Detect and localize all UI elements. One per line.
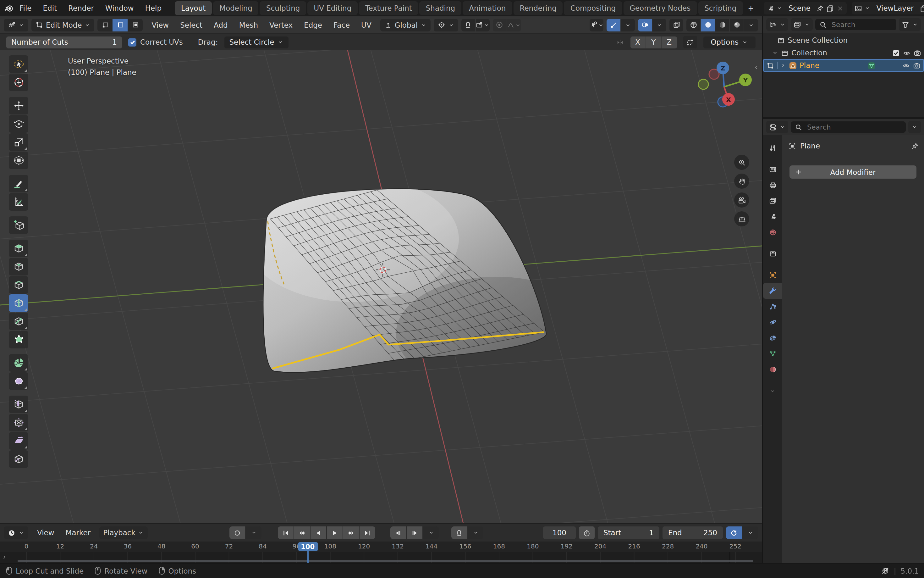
end-frame-field[interactable]: End 250 [662,526,723,539]
sidebar-collapse-icon[interactable] [753,64,759,70]
properties-tab-output[interactable] [763,177,782,193]
workspace-tab-texture-paint[interactable]: Texture Paint [359,1,418,15]
loop-cut-tool-button[interactable] [9,294,28,312]
properties-search-input[interactable] [806,122,902,132]
tool-options-dropdown[interactable]: Options [703,36,756,48]
navigation-gizmo[interactable]: Z Y X [695,54,756,114]
properties-tab-render[interactable] [763,162,782,177]
timeline-snap-dropdown[interactable] [468,526,484,539]
properties-tab-physics[interactable] [763,315,782,330]
annotate-tool-button[interactable] [9,175,28,192]
menu-help[interactable]: Help [139,2,167,15]
outliner-search[interactable] [815,19,896,30]
viewport-3d[interactable]: User Perspective (100) Plane | Plane Z Y… [0,50,762,523]
start-frame-field[interactable]: Start 1 [598,526,659,539]
exclude-checkbox-icon[interactable] [892,49,900,57]
properties-tab-constraints[interactable] [763,330,782,346]
show-gizmo-toggle[interactable] [607,19,620,31]
vertex-select-mode-button[interactable] [98,19,113,31]
show-overlays-toggle[interactable] [638,19,652,31]
properties-tab-scene[interactable] [763,209,782,224]
tweak-select-tool-button[interactable] [9,55,28,73]
blender-logo-icon[interactable] [4,3,14,13]
zoom-button[interactable] [734,155,749,170]
viewport-menu-select[interactable]: Select [175,19,208,31]
correct-uvs-checkbox[interactable] [128,38,136,46]
properties-tab-tool[interactable] [763,140,782,156]
properties-search[interactable] [791,122,906,133]
shading-rendered-button[interactable] [730,19,744,31]
correct-uvs-option[interactable]: Correct UVs [128,38,183,47]
pin-icon[interactable] [816,4,824,12]
properties-editor-type-button[interactable] [766,121,788,133]
camera-view-button[interactable] [734,192,749,208]
scale-tool-button[interactable] [9,133,28,151]
timeline-scrollbar[interactable] [18,560,753,562]
workspace-tab-geometry-nodes[interactable]: Geometry Nodes [623,1,697,15]
playhead[interactable]: 100 [298,542,318,551]
properties-tabs-overflow[interactable] [763,383,782,399]
menu-window[interactable]: Window [100,2,139,15]
workspace-tab-uv-editing[interactable]: UV Editing [307,1,358,15]
overlays-dropdown[interactable] [652,19,666,31]
outliner-row-scene-collection[interactable]: Scene Collection [763,34,924,47]
proportional-connected-button[interactable] [683,36,697,49]
knife-tool-button[interactable] [9,313,28,330]
expand-icon[interactable] [780,62,786,68]
properties-options-button[interactable] [908,121,921,133]
shading-solid-button[interactable] [701,19,715,31]
hide-eye-icon[interactable] [903,49,911,57]
workspace-tab-animation[interactable]: Animation [463,1,512,15]
poly-build-tool-button[interactable] [9,331,28,348]
render-visibility-icon[interactable] [913,49,921,57]
viewport-menu-uv[interactable]: UV [356,19,377,31]
snap-settings-dropdown[interactable] [476,19,489,31]
viewport-menu-edge[interactable]: Edge [298,19,328,31]
add-workspace-button[interactable]: + [743,2,759,15]
rip-region-tool-button[interactable] [9,450,28,468]
render-visibility-icon[interactable] [913,61,921,70]
rotate-tool-button[interactable] [9,115,28,133]
timeline-track[interactable] [0,552,762,563]
workspace-tab-shading[interactable]: Shading [419,1,461,15]
orthographic-toggle-button[interactable] [734,211,749,226]
properties-tab-particles[interactable] [763,299,782,315]
frame-step-back-button[interactable] [391,526,406,539]
jump-to-end-button[interactable] [360,526,375,539]
preview-range-toggle[interactable] [579,526,595,539]
workspace-tab-modeling[interactable]: Modeling [213,1,259,15]
bevel-tool-button[interactable] [9,276,28,294]
editor-type-button[interactable] [4,19,28,31]
keying-dropdown[interactable] [246,526,262,539]
properties-tab-object[interactable] [763,267,782,283]
jump-to-start-button[interactable] [278,526,294,539]
scene-selector[interactable]: Scene [764,2,847,15]
frame-step-forward-button[interactable] [407,526,423,539]
timeline-menu-marker[interactable]: Marker [60,526,97,539]
edge-slide-tool-button[interactable] [9,396,28,413]
workspace-tab-scripting[interactable]: Scripting [698,1,743,15]
transform-orientation-dropdown[interactable]: Global [380,19,430,31]
workspace-tab-sculpting[interactable]: Sculpting [260,1,306,15]
measure-tool-button[interactable] [9,193,28,211]
visibility-dropdown[interactable] [590,19,604,31]
spin-tool-button[interactable] [9,354,28,372]
face-select-mode-button[interactable] [128,19,143,31]
shear-tool-button[interactable] [9,432,28,450]
pan-button[interactable] [734,174,749,189]
properties-tab-material[interactable] [763,362,782,377]
snap-toggle-button[interactable] [461,19,475,31]
proportional-edit-toggle[interactable] [492,19,507,31]
mirror-axis-z-button[interactable]: Z [662,36,676,48]
outliner-row-plane[interactable]: Plane [763,59,924,72]
previous-keyframe-button[interactable] [295,526,310,539]
expand-icon[interactable] [772,50,778,56]
outliner-editor-type-button[interactable] [766,18,788,31]
shading-wireframe-button[interactable] [686,19,700,31]
number-of-cuts-field[interactable]: Number of Cuts 1 [6,36,122,48]
menu-file[interactable]: File [14,2,37,15]
properties-tab-collection[interactable] [763,246,782,261]
outliner-search-input[interactable] [830,20,893,29]
outliner-display-mode-button[interactable] [791,18,813,31]
expand-channels-icon[interactable] [1,554,8,560]
